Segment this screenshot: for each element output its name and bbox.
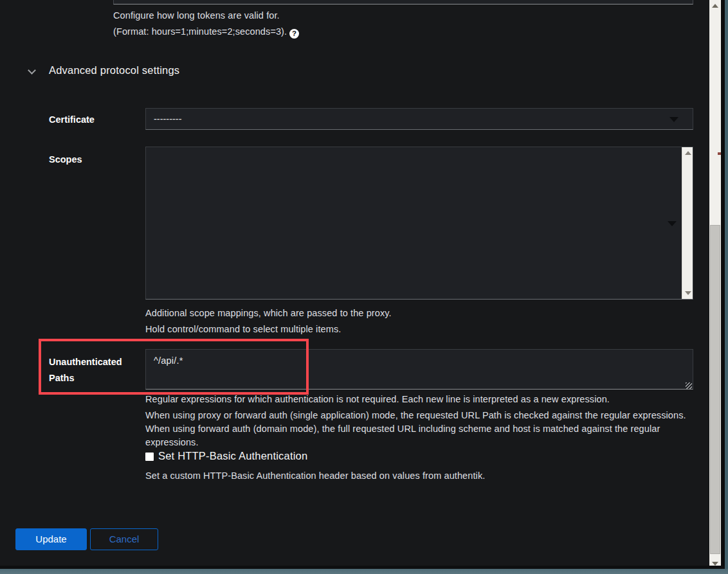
scopes-label: Scopes — [49, 152, 82, 167]
window-edge-right — [725, 0, 728, 574]
update-button[interactable]: Update — [15, 528, 87, 550]
certificate-selected-value: --------- — [154, 114, 181, 124]
settings-form-page: Configure how long tokens are valid for.… — [0, 0, 728, 574]
certificate-select[interactable]: --------- — [145, 108, 693, 130]
scopes-scrollbar[interactable] — [682, 147, 693, 299]
http-basic-checkbox-label[interactable]: Set HTTP-Basic Authentication — [158, 450, 307, 462]
token-validity-help-1: Configure how long tokens are valid for. — [113, 9, 280, 22]
http-basic-help: Set a custom HTTP-Basic Authentication h… — [145, 469, 485, 483]
cancel-button[interactable]: Cancel — [90, 528, 158, 550]
section-title-advanced-protocol-settings[interactable]: Advanced protocol settings — [49, 64, 179, 76]
chevron-down-icon[interactable] — [28, 66, 36, 75]
unauthenticated-paths-help-2: When using proxy or forward auth (single… — [145, 409, 689, 449]
unauthenticated-paths-label: Unauthenticated Paths — [49, 354, 145, 386]
window-edge-bottom — [0, 569, 728, 574]
scroll-down-icon[interactable] — [685, 291, 691, 295]
unauthenticated-paths-help-1: Regular expressions for which authentica… — [145, 393, 610, 406]
token-validity-help-2: (Format: hours=1;minutes=2;seconds=3).? — [113, 25, 299, 39]
scopes-help-2: Hold control/command to select multiple … — [145, 323, 341, 336]
caret-down-icon — [669, 117, 678, 122]
scopes-help-1: Additional scope mappings, which are pas… — [145, 307, 392, 320]
unauthenticated-paths-textarea[interactable]: ^/api/.* — [145, 349, 693, 390]
token-validity-format-text: (Format: hours=1;minutes=2;seconds=3). — [113, 26, 287, 37]
question-circle-icon[interactable]: ? — [289, 29, 299, 39]
scroll-up-icon[interactable] — [712, 4, 718, 8]
textarea-resize-grip-icon[interactable] — [686, 382, 692, 389]
scopes-multiselect[interactable] — [145, 147, 693, 300]
http-basic-checkbox[interactable] — [145, 453, 154, 461]
page-scrollbar-thumb[interactable] — [710, 225, 720, 554]
certificate-label: Certificate — [49, 112, 95, 127]
scroll-up-icon[interactable] — [685, 151, 691, 155]
token-validity-input[interactable] — [113, 0, 693, 4]
caret-down-icon — [668, 221, 677, 226]
